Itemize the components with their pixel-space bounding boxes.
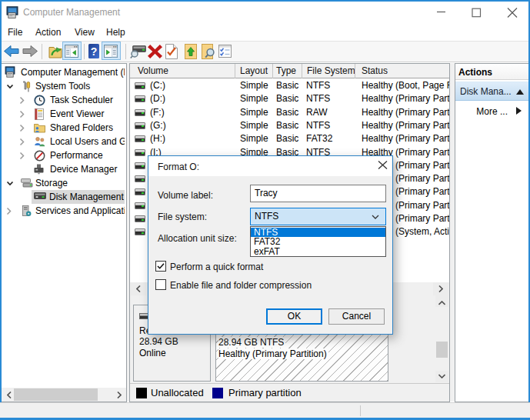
svg-text:?: ?: [91, 45, 98, 58]
